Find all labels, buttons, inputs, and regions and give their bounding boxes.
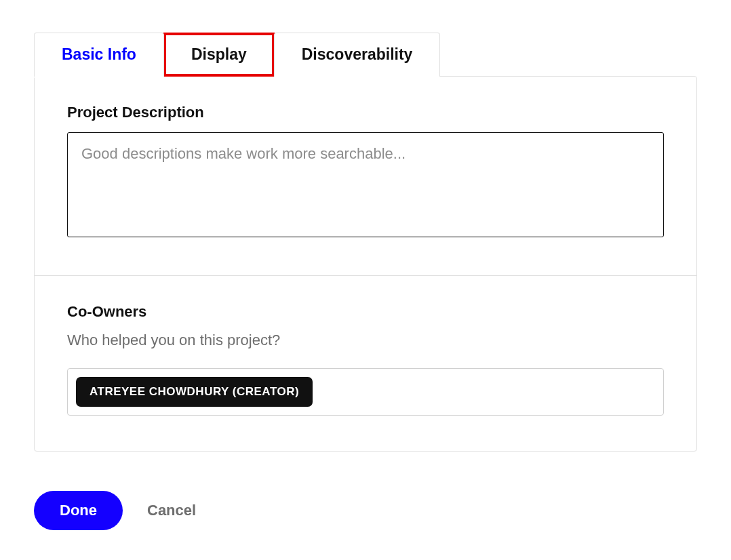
tabs-row: Basic Info Display Discoverability [34,33,697,77]
tab-panel: Project Description Co-Owners Who helped… [34,76,697,452]
description-section: Project Description [35,77,696,275]
coowners-label: Co-Owners [67,303,664,321]
tab-basic-info[interactable]: Basic Info [34,33,164,77]
description-textarea[interactable] [67,132,664,237]
coowners-input[interactable]: ATREYEE CHOWDHURY (CREATOR) [67,368,664,416]
description-label: Project Description [67,104,664,121]
coowners-section: Co-Owners Who helped you on this project… [35,275,696,451]
footer-buttons: Done Cancel [34,491,697,530]
coowners-sublabel: Who helped you on this project? [67,332,664,349]
coowner-chip[interactable]: ATREYEE CHOWDHURY (CREATOR) [76,377,313,407]
tab-discoverability[interactable]: Discoverability [274,33,441,77]
done-button[interactable]: Done [34,491,123,530]
cancel-button[interactable]: Cancel [147,502,196,519]
tab-display[interactable]: Display [163,33,275,77]
